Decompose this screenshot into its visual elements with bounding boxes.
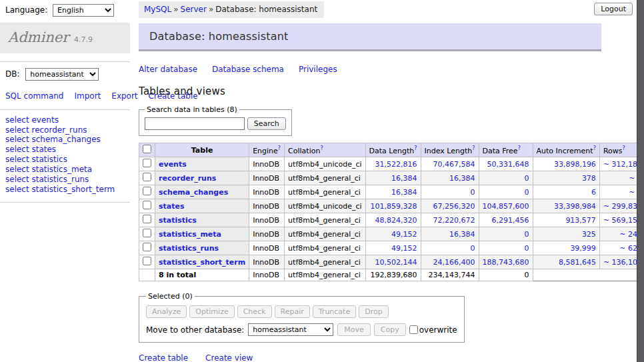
action-link-alter-database[interactable]: Alter database — [139, 65, 197, 74]
help-link[interactable]: ? — [414, 145, 417, 151]
selected-buttons: AnalyzeOptimizeCheckRepairTruncateDrop — [146, 305, 457, 318]
help-link[interactable]: ? — [472, 145, 475, 151]
data-free-cell: 0 — [479, 185, 533, 199]
tables-table-head: TableEngine?Collation?Data Length?Index … — [139, 143, 644, 157]
sidebar-select-events[interactable]: select events — [5, 115, 59, 125]
search-button[interactable]: Search — [247, 117, 286, 130]
sidebar-select-statistics_runs[interactable]: select statistics_runs — [5, 175, 89, 184]
optimize-button[interactable]: Optimize — [189, 305, 234, 318]
engine-cell: InnoDB — [249, 227, 285, 241]
move-db-select[interactable]: homeassistant — [248, 323, 333, 336]
check-button[interactable]: Check — [237, 305, 272, 318]
help-link[interactable]: ? — [593, 145, 596, 151]
table-name-link[interactable]: statistics — [159, 216, 197, 225]
auto-increment-cell: 33,398,984 — [533, 199, 599, 213]
total-data-free-cell: 0 — [479, 269, 533, 281]
help-link[interactable]: ? — [518, 145, 521, 151]
db-row: DB: homeassistant — [0, 62, 130, 86]
row-checkbox[interactable] — [143, 215, 151, 223]
create-link-create-view[interactable]: Create view — [205, 353, 253, 362]
data-free-cell: 6,291,456 — [479, 213, 533, 227]
engine-cell: InnoDB — [249, 255, 285, 269]
column-header-engine: Engine — [253, 146, 278, 155]
data-free-cell: 188,743,680 — [479, 255, 533, 269]
language-select[interactable]: English — [53, 4, 114, 17]
help-link[interactable]: ? — [320, 145, 323, 151]
collation-cell: utf8mb4_unicode_ci — [285, 157, 365, 171]
table-name-link[interactable]: schema_changes — [159, 188, 228, 197]
breadcrumb-item-mysql[interactable]: MySQL — [144, 5, 171, 14]
create-link-create-table[interactable]: Create table — [139, 353, 188, 362]
engine-cell: InnoDB — [249, 185, 285, 199]
table-name-link[interactable]: states — [159, 202, 185, 211]
move-label: Move to other database: — [146, 325, 244, 335]
drop-button[interactable]: Drop — [359, 305, 388, 318]
data-free-cell: 0 — [479, 227, 533, 241]
table-name-link[interactable]: statistics_short_term — [159, 258, 245, 267]
move-row: Move to other database: homeassistant Mo… — [146, 323, 457, 336]
collation-cell: utf8mb4_general_ci — [285, 185, 365, 199]
sidebar-link-export[interactable]: Export — [111, 91, 137, 101]
action-link-database-schema[interactable]: Database schema — [212, 65, 284, 74]
sidebar-select-statistics_short_term[interactable]: select statistics_short_term — [5, 185, 115, 194]
overwrite-checkbox[interactable] — [409, 325, 418, 334]
move-button[interactable]: Move — [337, 323, 371, 336]
sidebar-select-schema_changes[interactable]: select schema_changes — [5, 135, 101, 144]
engine-cell: InnoDB — [249, 241, 285, 255]
vertical-scrollbar[interactable] — [637, 0, 644, 362]
page-title: Database: homeassistant — [139, 23, 601, 51]
row-checkbox[interactable] — [143, 159, 151, 167]
row-checkbox[interactable] — [143, 243, 151, 251]
analyze-button[interactable]: Analyze — [146, 305, 187, 318]
data-free-cell: 50,331,648 — [479, 157, 533, 171]
table-row: statistics_runsInnoDButf8mb4_general_ci4… — [139, 241, 644, 255]
column-header-data-length: Data Length — [369, 146, 415, 155]
sidebar-link-sql-command[interactable]: SQL command — [5, 91, 63, 101]
total-label: 8 in total — [159, 271, 196, 279]
db-select[interactable]: homeassistant — [25, 68, 99, 81]
select-all-checkbox[interactable] — [143, 145, 151, 153]
sidebar-select-statistics[interactable]: select statistics — [5, 155, 67, 164]
table-name-link[interactable]: statistics_meta — [159, 230, 221, 239]
row-checkbox[interactable] — [143, 187, 151, 195]
total-check-cell — [139, 269, 155, 281]
repair-button[interactable]: Repair — [275, 305, 310, 318]
help-link[interactable]: ? — [622, 145, 625, 151]
sidebar-select-states[interactable]: select states — [5, 145, 56, 154]
sidebar-divider — [0, 202, 130, 203]
sidebar-select-statistics_meta[interactable]: select statistics_meta — [5, 165, 92, 174]
copy-button[interactable]: Copy — [374, 323, 406, 336]
adminer-logo[interactable]: Adminer — [8, 29, 69, 45]
help-link[interactable]: ? — [278, 145, 281, 151]
total-data-length-cell: 192,839,680 — [365, 269, 421, 281]
search-input[interactable] — [145, 117, 245, 130]
total-engine-cell: InnoDB — [249, 269, 285, 281]
row-checkbox[interactable] — [143, 201, 151, 209]
index-length-cell: 24,166,400 — [421, 255, 479, 269]
engine-cell: InnoDB — [249, 199, 285, 213]
table-name-link[interactable]: events — [159, 160, 187, 169]
row-checkbox[interactable] — [143, 173, 151, 181]
data-length-cell: 31,522,816 — [365, 157, 421, 171]
logout-button[interactable]: Logout — [594, 3, 633, 15]
column-header-rows: Rows — [603, 146, 623, 155]
collation-cell: utf8mb4_general_ci — [285, 227, 365, 241]
data-free-cell: 104,857,600 — [479, 199, 533, 213]
data-length-cell: 49,152 — [365, 241, 421, 255]
table-name-link[interactable]: statistics_runs — [159, 244, 219, 253]
column-header-table: Table — [191, 146, 213, 155]
sidebar-link-import[interactable]: Import — [74, 91, 101, 101]
data-free-cell: 0 — [479, 171, 533, 185]
sidebar-select-recorder_runs[interactable]: select recorder_runs — [5, 125, 87, 135]
truncate-button[interactable]: Truncate — [313, 305, 356, 318]
index-length-cell: 67,256,320 — [421, 199, 479, 213]
row-checkbox[interactable] — [143, 257, 151, 265]
tables-table: TableEngine?Collation?Data Length?Index … — [139, 143, 644, 281]
table-name-link[interactable]: recorder_runs — [159, 174, 216, 183]
action-link-privileges[interactable]: Privileges — [299, 65, 337, 74]
sidebar-table-links: select eventsselect recorder_runsselect … — [0, 110, 130, 202]
breadcrumb-item-server[interactable]: Server — [181, 5, 207, 14]
row-checkbox[interactable] — [143, 229, 151, 237]
data-length-cell: 49,152 — [365, 227, 421, 241]
create-links: Create tableCreate view — [139, 353, 637, 362]
